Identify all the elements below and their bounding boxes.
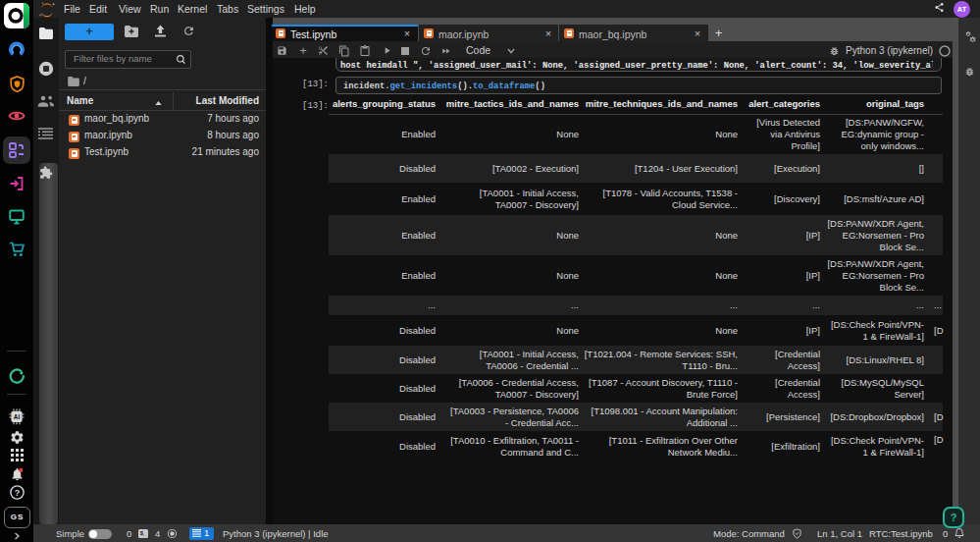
svg-text:?: ? [15, 488, 21, 498]
svg-text:AI: AI [14, 413, 21, 420]
